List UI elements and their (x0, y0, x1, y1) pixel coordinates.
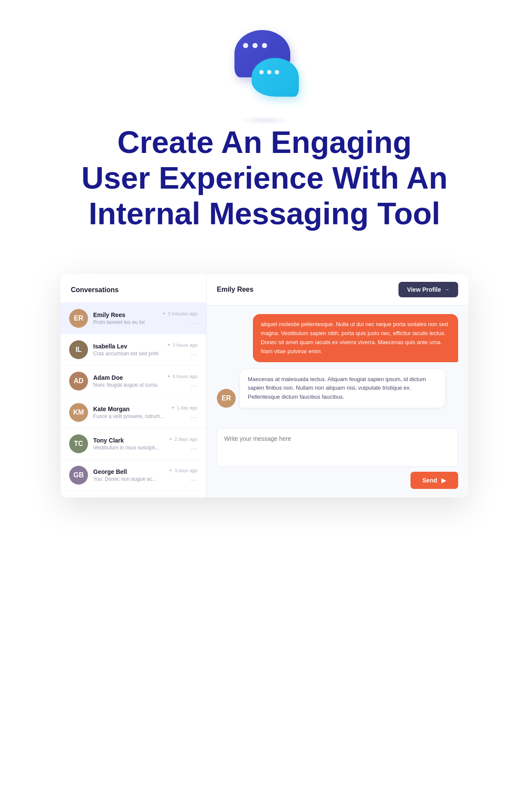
conv-actions-isabella: ⋯ (191, 351, 198, 359)
conv-time-kate: 1 day ago (177, 405, 198, 410)
conv-time-row-george: • 3 days ago (170, 467, 198, 474)
conv-time-row-adam: • 8 hours ago (167, 372, 198, 380)
conv-info-george: George Bell You: Donec non augue ac... (93, 468, 164, 482)
avatar-circle-emily: ER (69, 309, 88, 328)
conv-info-adam: Adam Doe Nunc feugiat augue ut cursu (93, 374, 162, 388)
conv-meta-isabella: • 3 hours ago ⋯ (167, 341, 198, 359)
arrow-icon: → (444, 287, 450, 293)
conv-actions-george: ⋯ (191, 476, 198, 484)
chat-contact-name: Emily Rees (217, 286, 253, 293)
avatar-kate: KM (69, 403, 88, 422)
conv-meta-kate: • 1 day ago ⋯ (172, 404, 198, 421)
conv-time-tony: 2 days ago (174, 437, 198, 442)
message-received-1: ERMaecenas at malesuada lectus. Aliquam … (217, 369, 458, 408)
conv-name-emily: Emily Rees (93, 311, 158, 318)
conv-time-adam: 8 hours ago (173, 374, 198, 379)
send-icon: ▶ (441, 477, 446, 484)
message-avatar-circle-1: ER (217, 389, 236, 408)
message-bubble-1: Maecenas at malesuada lectus. Aliquam fe… (240, 369, 445, 408)
conv-dot-kate: • (172, 404, 174, 412)
conv-time-row-emily: • 3 minutes ago (163, 310, 198, 317)
chat-header: Emily Rees View Profile → (207, 274, 468, 305)
avatar-circle-george: GB (69, 466, 88, 485)
conv-dot-isabella: • (167, 341, 170, 349)
view-profile-label: View Profile (407, 286, 441, 293)
conv-actions-adam: ⋯ (191, 382, 198, 390)
conversation-item-emily[interactable]: ER Emily Rees Proin laoreet leo eu lor •… (61, 303, 206, 334)
conv-actions-emily: ⋯ (191, 319, 198, 327)
conv-preview-emily: Proin laoreet leo eu lor (93, 319, 158, 325)
avatar-tony: TC (69, 434, 88, 453)
conv-time-george: 3 days ago (174, 468, 198, 473)
conv-name-kate: Kate Morgan (93, 406, 167, 412)
conv-preview-tony: Vestibulum in risus suscipit... (93, 445, 164, 451)
icon-shadow (239, 116, 290, 125)
sidebar-header: Conversations (61, 274, 206, 303)
conv-meta-emily: • 3 minutes ago ⋯ (163, 310, 198, 327)
conv-name-adam: Adam Doe (93, 374, 162, 381)
avatar-circle-kate: KM (69, 403, 88, 422)
messages-area: aliquet molestie pellentesque. Nulla ut … (207, 305, 468, 421)
conv-info-isabella: Isabella Lev Cras accumsan est sed preti (93, 343, 162, 357)
conversation-item-george[interactable]: GB George Bell You: Donec non augue ac..… (61, 460, 206, 491)
avatar-george: GB (69, 466, 88, 485)
conv-name-tony: Tony Clark (93, 437, 164, 444)
message-input[interactable] (217, 428, 458, 467)
conv-actions-kate: ⋯ (191, 413, 198, 421)
conversation-item-tony[interactable]: TC Tony Clark Vestibulum in risus suscip… (61, 428, 206, 460)
send-button[interactable]: Send ▶ (410, 472, 458, 489)
conv-preview-adam: Nunc feugiat augue ut cursu (93, 382, 162, 388)
sidebar: Conversations ER Emily Rees Proin laoree… (61, 274, 207, 498)
hero-section: Create An Engaging User Experience With … (0, 0, 529, 274)
conv-time-row-isabella: • 3 hours ago (167, 341, 198, 349)
avatar-circle-isabella: IL (69, 340, 88, 359)
conv-actions-tony: ⋯ (191, 445, 198, 453)
conversation-item-adam[interactable]: AD Adam Doe Nunc feugiat augue ut cursu … (61, 366, 206, 397)
avatar-adam: AD (69, 372, 88, 391)
conv-name-isabella: Isabella Lev (93, 343, 162, 350)
conv-info-emily: Emily Rees Proin laoreet leo eu lor (93, 311, 158, 325)
conv-meta-adam: • 8 hours ago ⋯ (167, 372, 198, 390)
messaging-app: Conversations ER Emily Rees Proin laoree… (61, 274, 468, 498)
bubble-front-icon (252, 58, 299, 97)
avatar-circle-adam: AD (69, 372, 88, 391)
avatar-emily: ER (69, 309, 88, 328)
conv-info-kate: Kate Morgan Fusce a velit posuere, rutru… (93, 406, 167, 419)
view-profile-button[interactable]: View Profile → (398, 282, 458, 297)
conv-preview-isabella: Cras accumsan est sed preti (93, 351, 162, 357)
message-avatar-1: ER (217, 389, 236, 408)
conv-preview-kate: Fusce a velit posuere, rutrum... (93, 413, 167, 419)
conv-dot-tony: • (170, 435, 172, 443)
conv-time-row-kate: • 1 day ago (172, 404, 198, 412)
conv-name-george: George Bell (93, 468, 164, 475)
conversation-item-isabella[interactable]: IL Isabella Lev Cras accumsan est sed pr… (61, 334, 206, 366)
avatar-isabella: IL (69, 340, 88, 359)
conv-dot-george: • (170, 467, 172, 474)
input-area: Send ▶ (207, 421, 468, 498)
message-sent-0: aliquet molestie pellentesque. Nulla ut … (253, 314, 458, 362)
chat-icon (226, 26, 303, 103)
send-label: Send (423, 477, 437, 484)
conv-dot-emily: • (163, 310, 165, 317)
conv-time-isabella: 3 hours ago (173, 342, 198, 348)
chat-area: Emily Rees View Profile → aliquet molest… (207, 274, 468, 498)
app-inner: Conversations ER Emily Rees Proin laoree… (61, 274, 468, 498)
hero-title: Create An Engaging User Experience With … (80, 125, 449, 231)
conv-info-tony: Tony Clark Vestibulum in risus suscipit.… (93, 437, 164, 451)
conv-time-row-tony: • 2 days ago (170, 435, 198, 443)
conv-meta-george: • 3 days ago ⋯ (170, 467, 198, 484)
conv-time-emily: 3 minutes ago (168, 311, 198, 316)
conversation-list: ER Emily Rees Proin laoreet leo eu lor •… (61, 303, 206, 498)
conversation-item-kate[interactable]: KM Kate Morgan Fusce a velit posuere, ru… (61, 397, 206, 428)
avatar-circle-tony: TC (69, 434, 88, 453)
conv-preview-george: You: Donec non augue ac... (93, 476, 164, 482)
conv-dot-adam: • (167, 372, 170, 380)
sidebar-title: Conversations (71, 286, 119, 293)
conv-meta-tony: • 2 days ago ⋯ (170, 435, 198, 453)
